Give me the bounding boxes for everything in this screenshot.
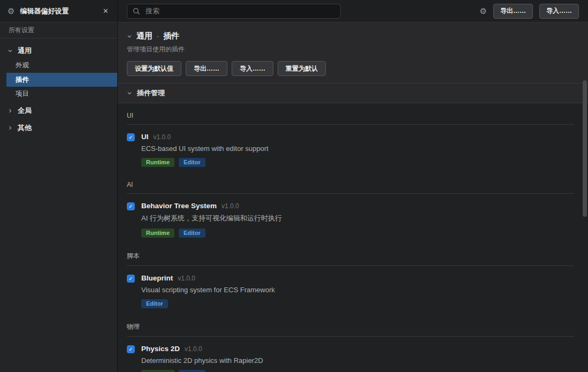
badge-editor: Editor [179,229,205,238]
badge-editor: Editor [179,158,205,167]
topbar: ⚙ 导出…… 导入…… [118,0,588,22]
category-plugins: ✓ UI v1.0.0 ECS-based UI system with edi… [127,133,574,167]
plugin-checkbox[interactable]: ✓ [127,275,135,283]
tree-item-global[interactable]: 全局 [0,103,117,118]
plugin-description: Visual scripting system for ECS Framewor… [141,286,275,294]
breadcrumb: 通用 - 插件 [127,31,579,41]
plugin-version: v1.0.0 [178,275,195,282]
breadcrumb-separator: - [157,32,159,40]
chevron-down-icon[interactable] [127,34,132,39]
gear-icon[interactable]: ⚙ [480,7,487,15]
category-divider [127,265,574,266]
scrollbar-thumb[interactable] [583,80,587,217]
category-plugins: ✓ Behavior Tree System v1.0.0 AI 行为树系统，支… [127,202,574,238]
plugin-version: v1.0.0 [185,345,202,353]
category-divider [127,336,574,337]
plugin-management-section-header[interactable]: 插件管理 [118,83,588,103]
close-icon[interactable]: ✕ [102,6,110,16]
tree-item-label: 插件 [16,75,29,85]
settings-tree: 通用 外观 插件 项目 全局 其他 [0,39,117,135]
plugin-row: ✓ Physics 2D v1.0.0 Deterministic 2D phy… [127,345,574,372]
badge-editor: Editor [141,299,168,308]
badge-runtime: Runtime [141,229,174,238]
plugin-category: 脚本 ✓ Blueprint v1.0.0 Visual scripting s… [127,252,574,308]
export-button[interactable]: 导出…… [493,4,533,19]
category-label: UI [127,112,574,119]
plugin-checkbox[interactable]: ✓ [127,133,135,141]
category-plugins: ✓ Physics 2D v1.0.0 Deterministic 2D phy… [127,345,574,372]
tree-item-label: 全局 [18,106,32,116]
category-divider [127,124,574,125]
category-divider [127,193,574,194]
tree-item-other[interactable]: 其他 [0,120,117,135]
page-subtitle: 管理项目使用的插件 [127,45,579,54]
plugin-version: v1.0.0 [154,133,171,141]
plugin-row: ✓ Blueprint v1.0.0 Visual scripting syst… [127,274,574,308]
plugin-badges: RuntimeEditor [141,158,269,167]
plugin-info: Behavior Tree System v1.0.0 AI 行为树系统，支持可… [141,202,282,238]
page-header: 通用 - 插件 管理项目使用的插件 设置为默认值 导出…… 导入…… 重置为默认 [118,22,588,83]
tree-item-project[interactable]: 项目 [0,87,117,101]
plugin-category: AI ✓ Behavior Tree System v1.0.0 AI 行为树系… [127,181,574,238]
badge-runtime: Runtime [141,370,174,372]
import-button[interactable]: 导入…… [539,4,579,19]
window-title: 编辑器偏好设置 [20,6,96,16]
plugin-badges: RuntimeEditor [141,229,282,238]
tree-item-appearance[interactable]: 外观 [0,58,117,73]
tree-item-label: 外观 [16,61,29,70]
plugin-name: Blueprint [141,274,173,282]
plugin-info: Physics 2D v1.0.0 Deterministic 2D physi… [141,345,263,372]
plugin-category: UI ✓ UI v1.0.0 ECS-based UI system with … [127,112,574,167]
plugin-row: ✓ Behavior Tree System v1.0.0 AI 行为树系统，支… [127,202,574,238]
tree-item-label: 通用 [18,46,32,56]
search-icon [133,7,140,15]
plugin-description: ECS-based UI system with editor support [141,145,269,153]
gear-icon: ⚙ [7,7,14,15]
plugin-name: Behavior Tree System [141,202,217,210]
plugin-badges: RuntimeEditor [141,370,263,372]
sidebar-header: ⚙ 编辑器偏好设置 ✕ [0,0,117,22]
plugin-name: Physics 2D [141,345,180,353]
plugin-title-row: Behavior Tree System v1.0.0 [141,202,282,210]
plugin-description: AI 行为树系统，支持可视化编辑和运行时执行 [141,214,282,223]
plugin-checkbox[interactable]: ✓ [127,202,135,210]
search-input[interactable] [144,6,335,16]
category-label: AI [127,181,574,188]
plugin-category: 物理 ✓ Physics 2D v1.0.0 Deterministic 2D … [127,322,574,372]
category-label: 物理 [127,322,574,331]
section-title: 插件管理 [137,88,165,98]
plugin-info: UI v1.0.0 ECS-based UI system with edito… [141,133,269,167]
plugin-title-row: Blueprint v1.0.0 [141,274,275,282]
plugin-description: Deterministic 2D physics with Rapier2D [141,356,263,365]
tree-item-general[interactable]: 通用 [0,43,117,58]
plugin-version: v1.0.0 [222,202,239,210]
plugin-name: UI [141,133,149,141]
chevron-right-icon [7,108,13,113]
all-settings-label: 所有设置 [0,22,117,39]
category-label: 脚本 [127,252,574,261]
badge-runtime: Runtime [141,158,174,167]
chevron-down-icon [127,90,132,96]
preferences-window: ⚙ 编辑器偏好设置 ✕ 所有设置 通用 外观 插件 项目 [0,0,588,372]
tree-item-label: 项目 [16,89,29,98]
import-button[interactable]: 导入…… [232,61,273,76]
breadcrumb-parent: 通用 [136,31,152,41]
topbar-actions: ⚙ 导出…… 导入…… [480,4,579,19]
header-buttons: 设置为默认值 导出…… 导入…… 重置为默认 [127,61,579,76]
page-title: 插件 [163,31,179,41]
main-panel: ⚙ 导出…… 导入…… 通用 - 插件 管理项目使用的插件 设置为默认值 导出…… [118,0,588,372]
plugin-checkbox[interactable]: ✓ [127,345,135,353]
badge-editor: Editor [179,370,205,372]
reset-default-button[interactable]: 重置为默认 [278,61,326,76]
plugin-list: UI ✓ UI v1.0.0 ECS-based UI system with … [118,103,588,372]
category-plugins: ✓ Blueprint v1.0.0 Visual scripting syst… [127,274,574,308]
sidebar: ⚙ 编辑器偏好设置 ✕ 所有设置 通用 外观 插件 项目 [0,0,118,372]
tree-item-label: 其他 [18,123,32,133]
plugin-row: ✓ UI v1.0.0 ECS-based UI system with edi… [127,133,574,167]
plugin-badges: Editor [141,299,275,308]
chevron-right-icon [7,125,13,131]
plugin-title-row: UI v1.0.0 [141,133,269,141]
set-default-button[interactable]: 设置为默认值 [127,61,181,76]
export-button[interactable]: 导出…… [186,61,227,76]
tree-item-plugins[interactable]: 插件 [6,73,117,87]
